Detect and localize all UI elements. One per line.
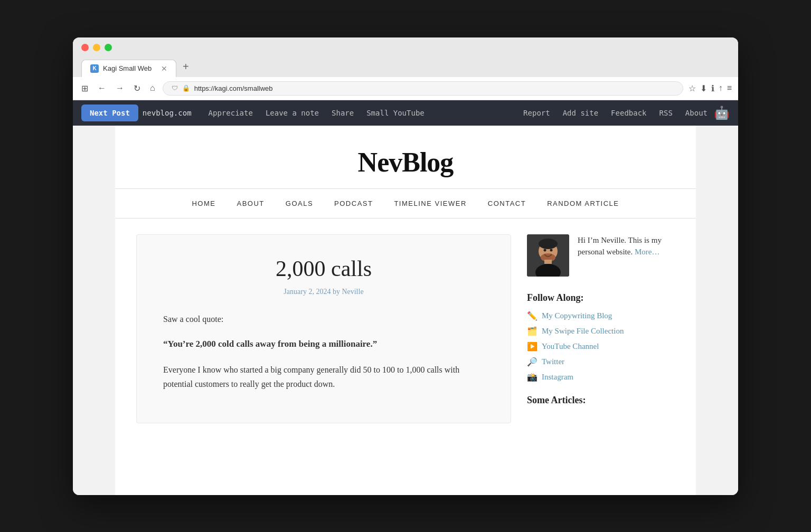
add-site-link[interactable]: Add site: [557, 100, 605, 126]
tab-close-button[interactable]: ✕: [161, 64, 167, 73]
sidebar: Hi I’m Neville. This is my personal webs…: [527, 234, 675, 423]
swipe-file-link[interactable]: My Swipe File Collection: [542, 327, 624, 336]
svg-point-7: [550, 249, 553, 251]
active-tab[interactable]: K Kagi Small Web ✕: [81, 60, 176, 77]
follow-along-title: Follow Along:: [527, 292, 675, 303]
title-bar: K Kagi Small Web ✕ +: [73, 37, 738, 77]
refresh-button[interactable]: ↻: [131, 81, 143, 96]
twitter-link[interactable]: Twitter: [542, 357, 564, 366]
article-date: January 2, 2024: [284, 288, 331, 296]
address-bar: ⊞ ← → ↻ ⌂ 🛡 🔒 https://kagi.com/smallweb …: [73, 77, 738, 100]
tab-favicon: K: [90, 64, 99, 73]
blog-wrapper: NevBlog HOME ABOUT GOALS PODCAST TIMELIN…: [115, 126, 696, 495]
download-icon[interactable]: ⬇: [700, 83, 707, 93]
profile-more-link[interactable]: More…: [635, 248, 660, 256]
report-link[interactable]: Report: [517, 100, 557, 126]
next-post-button[interactable]: Next Post: [81, 104, 138, 121]
article-meta: January 2, 2024 by Neville: [163, 288, 484, 296]
avatar-image: [527, 234, 569, 277]
toolbar-right: ☆ ⬇ ℹ ↑ ≡: [689, 83, 732, 93]
article-title: 2,000 calls: [163, 256, 484, 281]
twitter-icon: 🔎: [527, 357, 537, 367]
sidebar-follow: Follow Along: ✏️ My Copywriting Blog 🗂️ …: [527, 292, 675, 382]
list-item: ▶️ YouTube Channel: [527, 341, 675, 352]
tab-title: Kagi Small Web: [103, 64, 152, 72]
blog-nav: HOME ABOUT GOALS PODCAST TIMELINE VIEWER…: [115, 189, 696, 218]
profile-text: Hi I’m Neville. This is my personal webs…: [578, 234, 675, 258]
article-body: Saw a cool quote: “You’re 2,000 cold cal…: [163, 312, 484, 391]
close-button[interactable]: [81, 44, 89, 51]
youtube-icon: ▶️: [527, 341, 537, 352]
nav-home[interactable]: HOME: [192, 200, 215, 207]
tabs-bar: K Kagi Small Web ✕ +: [81, 56, 730, 77]
nav-about[interactable]: ABOUT: [237, 200, 264, 207]
security-icon: 🛡: [172, 84, 178, 92]
browser-window: K Kagi Small Web ✕ + ⊞ ← → ↻ ⌂ 🛡 🔒 https…: [73, 37, 738, 495]
share-link[interactable]: Share: [325, 100, 360, 126]
robot-icon: 🤖: [714, 106, 730, 120]
avatar: [527, 234, 569, 277]
url-bar[interactable]: 🛡 🔒 https://kagi.com/smallweb: [163, 81, 683, 96]
kagi-toolbar: Next Post nevblog.com Appreciate Leave a…: [73, 100, 738, 126]
menu-icon[interactable]: ≡: [727, 83, 732, 93]
article-by: by: [333, 288, 342, 296]
article-author[interactable]: Neville: [342, 288, 363, 296]
traffic-lights: [81, 44, 730, 51]
instagram-link[interactable]: Instagram: [542, 373, 573, 382]
forward-button[interactable]: →: [114, 81, 126, 95]
small-youtube-link[interactable]: Small YouTube: [360, 100, 431, 126]
sidebar-toggle-button[interactable]: ⊞: [79, 81, 90, 96]
new-tab-button[interactable]: +: [176, 56, 195, 77]
svg-point-2: [539, 239, 558, 249]
article-quote: “You’re 2,000 cold calls away from being…: [163, 337, 484, 352]
feedback-link[interactable]: Feedback: [605, 100, 653, 126]
maximize-button[interactable]: [105, 44, 112, 51]
home-button[interactable]: ⌂: [148, 81, 157, 95]
bookmark-icon[interactable]: ☆: [689, 83, 696, 93]
back-button[interactable]: ←: [96, 81, 108, 95]
kagi-site-name: nevblog.com: [143, 109, 192, 117]
article-area: 2,000 calls January 2, 2024 by Neville S…: [136, 234, 511, 423]
article-body-1: Saw a cool quote:: [163, 312, 484, 326]
instagram-icon: 📸: [527, 372, 537, 382]
info-icon[interactable]: ℹ: [711, 83, 714, 93]
list-item: 🔎 Twitter: [527, 357, 675, 367]
list-item: ✏️ My Copywriting Blog: [527, 311, 675, 321]
browser-content: NevBlog HOME ABOUT GOALS PODCAST TIMELIN…: [73, 126, 738, 495]
nav-contact[interactable]: CONTACT: [488, 200, 526, 207]
list-item: 📸 Instagram: [527, 372, 675, 382]
lock-icon: 🔒: [182, 84, 190, 92]
url-text: https://kagi.com/smallweb: [194, 84, 273, 92]
minimize-button[interactable]: [93, 44, 100, 51]
blog-title: NevBlog: [126, 147, 685, 178]
svg-rect-4: [544, 260, 552, 264]
sidebar-links: ✏️ My Copywriting Blog 🗂️ My Swipe File …: [527, 311, 675, 382]
appreciate-link[interactable]: Appreciate: [202, 100, 259, 126]
rss-link[interactable]: RSS: [653, 100, 679, 126]
copywriting-icon: ✏️: [527, 311, 537, 321]
nav-timeline-viewer[interactable]: TIMELINE VIEWER: [394, 200, 466, 207]
blog-header: NevBlog: [115, 126, 696, 189]
list-item: 🗂️ My Swipe File Collection: [527, 326, 675, 336]
swipefile-icon: 🗂️: [527, 326, 537, 336]
some-articles-title: Some Articles:: [527, 395, 675, 406]
copywriting-blog-link[interactable]: My Copywriting Blog: [542, 311, 612, 320]
blog-main: 2,000 calls January 2, 2024 by Neville S…: [115, 218, 696, 439]
article-body-2: Everyone I know who started a big compan…: [163, 363, 484, 391]
svg-point-6: [544, 249, 546, 251]
nav-podcast[interactable]: PODCAST: [334, 200, 373, 207]
sidebar-profile: Hi I’m Neville. This is my personal webs…: [527, 234, 675, 277]
share-icon[interactable]: ↑: [719, 83, 723, 93]
about-link[interactable]: About: [679, 100, 714, 126]
nav-random-article[interactable]: RANDOM ARTICLE: [547, 200, 619, 207]
leave-note-link[interactable]: Leave a note: [259, 100, 325, 126]
youtube-channel-link[interactable]: YouTube Channel: [542, 342, 599, 351]
nav-goals[interactable]: GOALS: [286, 200, 313, 207]
